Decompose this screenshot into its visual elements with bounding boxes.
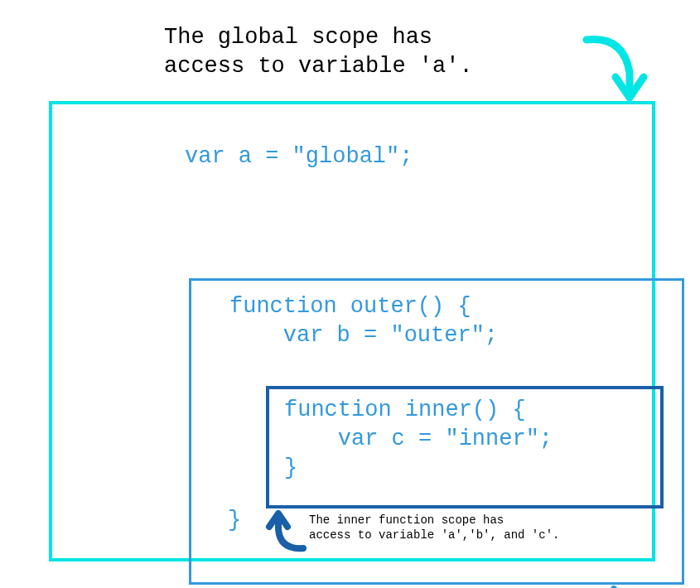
global-scope-title: The global scope has access to variable … [164,23,473,81]
inner-scope-box: function inner() { var c = "inner"; } [266,386,664,508]
inner-function-open: function inner() { [284,396,553,425]
inner-var-declaration: var c = "inner"; [284,425,553,454]
arrow-up-right-icon [571,585,633,588]
inner-scope-annotation: The inner function scope has access to v… [309,513,559,542]
inner-code: function inner() { var c = "inner"; } [284,396,553,483]
global-code: var a = "global"; [185,142,413,171]
outer-close-brace: } [228,508,241,533]
outer-code: function outer() { var b = "outer"; [229,292,498,350]
arrow-up-left-icon [263,508,309,554]
inner-close-brace: } [284,454,553,483]
outer-function-open: function outer() { [229,292,498,321]
outer-var-declaration: var b = "outer"; [229,321,498,350]
global-var-declaration: var a = "global"; [185,142,413,171]
global-scope-box: var a = "global"; function outer() { var… [49,101,655,561]
arrow-down-icon [578,31,653,106]
